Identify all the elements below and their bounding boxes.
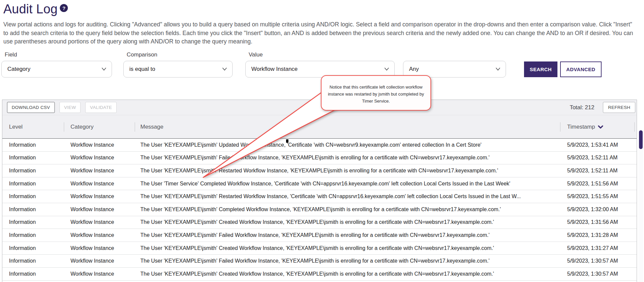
table-toolbar: DOWNLOAD CSV VIEW VALIDATE Total: 212 RE… bbox=[2, 100, 637, 115]
text-cursor bbox=[286, 139, 288, 143]
cell-message: The User 'KEYEXAMPLE\jsmith' Created Wor… bbox=[135, 271, 560, 277]
cell-timestamp: 5/9/2023, 1:30:57 AM bbox=[560, 258, 635, 264]
cell-level: Information bbox=[2, 206, 64, 213]
cell-message: The User 'KEYEXAMPLE\jsmith' Created Wor… bbox=[135, 219, 560, 225]
secondary-value-select[interactable]: Any bbox=[403, 61, 506, 78]
help-icon[interactable]: ? bbox=[60, 4, 68, 12]
value-select-value: Workflow Instance bbox=[251, 66, 298, 73]
cell-message: The User 'KEYEXAMPLE\jsmith' Failed Work… bbox=[135, 155, 560, 161]
field-label: Field bbox=[5, 51, 123, 58]
cell-category: Workflow Instance bbox=[64, 271, 135, 277]
audit-log-table: DOWNLOAD CSV VIEW VALIDATE Total: 212 RE… bbox=[2, 100, 637, 282]
table-row[interactable]: Information Workflow Instance The User '… bbox=[2, 190, 637, 203]
table-row[interactable]: Information Workflow Instance The User '… bbox=[2, 164, 637, 177]
value-label: Value bbox=[249, 51, 403, 58]
cell-timestamp: 5/9/2023, 1:52:11 AM bbox=[560, 155, 635, 161]
table-row[interactable]: Information Workflow Instance The User '… bbox=[2, 152, 637, 165]
vertical-scrollbar[interactable] bbox=[638, 139, 643, 282]
secondary-value-select-value: Any bbox=[409, 66, 419, 73]
cell-message: The User 'KEYEXAMPLE\jsmith' Created Wor… bbox=[135, 245, 560, 251]
table-row[interactable]: Information Workflow Instance The User '… bbox=[2, 255, 637, 268]
cell-category: Workflow Instance bbox=[64, 155, 135, 161]
cell-category: Workflow Instance bbox=[64, 181, 135, 187]
comparison-select[interactable]: is equal to bbox=[123, 61, 233, 78]
cell-level: Information bbox=[2, 232, 64, 238]
advanced-button[interactable]: ADVANCED bbox=[560, 61, 602, 77]
table-row[interactable]: Information Workflow Instance The User '… bbox=[2, 203, 637, 216]
cell-message: The User 'KEYEXAMPLE\jsmith' Failed Work… bbox=[135, 232, 560, 238]
validate-button[interactable]: VALIDATE bbox=[85, 102, 117, 113]
table-row[interactable]: Information Workflow Instance The User '… bbox=[2, 268, 637, 281]
cell-timestamp: 5/9/2023, 1:31:27 AM bbox=[560, 245, 635, 251]
cell-timestamp: 5/9/2023, 1:32:00 AM bbox=[560, 206, 635, 213]
download-csv-button[interactable]: DOWNLOAD CSV bbox=[7, 102, 55, 113]
cell-level: Information bbox=[2, 181, 64, 187]
table-row[interactable]: Information Workflow Instance The User '… bbox=[2, 177, 637, 190]
annotation-text: Notice that this certificate left collec… bbox=[327, 84, 425, 105]
cell-timestamp: 5/9/2023, 1:31:56 AM bbox=[560, 219, 635, 225]
page-title: Audit Log bbox=[3, 2, 57, 16]
chevron-down-icon bbox=[384, 67, 389, 70]
cell-level: Information bbox=[2, 168, 64, 174]
cell-timestamp: 5/9/2023, 1:31:28 AM bbox=[560, 232, 635, 238]
cell-timestamp: 5/9/2023, 1:51:55 AM bbox=[560, 193, 635, 199]
value-select[interactable]: Workflow Instance bbox=[245, 61, 395, 78]
scrollbar-thumb[interactable] bbox=[639, 130, 643, 149]
refresh-button[interactable]: REFRESH bbox=[603, 102, 635, 113]
page-description: View portal actions and logs for auditin… bbox=[3, 20, 637, 46]
table-header-row: Level Category Message Timestamp bbox=[2, 115, 637, 139]
cell-level: Information bbox=[2, 258, 64, 264]
annotation-callout: Notice that this certificate left collec… bbox=[321, 75, 431, 111]
cell-timestamp: 5/9/2023, 1:53:41 AM bbox=[560, 142, 635, 148]
cell-message: The User 'KEYEXAMPLE\jsmith' Restarted W… bbox=[135, 168, 560, 174]
cell-level: Information bbox=[2, 193, 64, 199]
chevron-down-icon bbox=[102, 67, 106, 70]
cell-category: Workflow Instance bbox=[64, 258, 135, 264]
table-row[interactable]: Information Workflow Instance The User '… bbox=[2, 242, 637, 255]
cell-category: Workflow Instance bbox=[64, 168, 135, 174]
cell-message: The User 'KEYEXAMPLE\jsmith' Failed Work… bbox=[135, 258, 560, 264]
cell-category: Workflow Instance bbox=[64, 219, 135, 225]
field-select-value: Category bbox=[7, 66, 30, 73]
chevron-down-icon bbox=[496, 67, 500, 70]
column-header-timestamp[interactable]: Timestamp bbox=[560, 115, 635, 138]
cell-level: Information bbox=[2, 142, 64, 148]
cell-category: Workflow Instance bbox=[64, 193, 135, 199]
cell-timestamp: 5/9/2023, 1:51:56 AM bbox=[560, 181, 635, 187]
table-row[interactable]: Information Workflow Instance The User '… bbox=[2, 139, 637, 152]
cell-message: The User 'KEYEXAMPLE\jsmith' Updated Wor… bbox=[135, 142, 560, 148]
table-body: Information Workflow Instance The User '… bbox=[2, 139, 637, 281]
column-header-spacer bbox=[635, 115, 637, 138]
cell-category: Workflow Instance bbox=[64, 232, 135, 238]
comparison-select-value: is equal to bbox=[129, 66, 155, 73]
sort-descending-icon bbox=[598, 125, 603, 129]
column-header-category[interactable]: Category bbox=[64, 115, 135, 138]
cell-level: Information bbox=[2, 219, 64, 225]
table-row[interactable]: Information Workflow Instance The User '… bbox=[2, 216, 637, 229]
cell-message: The User 'Timer Service' Completed Workf… bbox=[135, 181, 560, 187]
cell-category: Workflow Instance bbox=[64, 142, 135, 148]
comparison-label: Comparison bbox=[127, 51, 245, 58]
page-header: Audit Log ? bbox=[0, 0, 644, 16]
cell-category: Workflow Instance bbox=[64, 245, 135, 251]
search-button[interactable]: SEARCH bbox=[524, 61, 557, 77]
cell-level: Information bbox=[2, 245, 64, 251]
audit-log-page: Audit Log ? View portal actions and logs… bbox=[0, 0, 644, 282]
cell-timestamp: 5/9/2023, 1:30:57 AM bbox=[560, 271, 635, 277]
cell-category: Workflow Instance bbox=[64, 206, 135, 213]
field-select[interactable]: Category bbox=[1, 61, 112, 78]
column-header-level[interactable]: Level bbox=[2, 115, 64, 138]
column-header-message[interactable]: Message bbox=[135, 115, 560, 138]
chevron-down-icon bbox=[222, 67, 227, 70]
filter-bar: Field Category Comparison is equal to Va… bbox=[1, 51, 644, 78]
view-button[interactable]: VIEW bbox=[59, 102, 81, 113]
cell-message: The User 'KEYEXAMPLE\jsmith' Restarted W… bbox=[135, 193, 560, 199]
cell-level: Information bbox=[2, 155, 64, 161]
table-row[interactable]: Information Workflow Instance The User '… bbox=[2, 229, 637, 242]
cell-level: Information bbox=[2, 271, 64, 277]
cell-message: The User 'KEYEXAMPLE\jsmith' Completed W… bbox=[135, 206, 560, 213]
total-count: Total: 212 bbox=[570, 104, 595, 111]
cell-timestamp: 5/9/2023, 1:52:11 AM bbox=[560, 168, 635, 174]
